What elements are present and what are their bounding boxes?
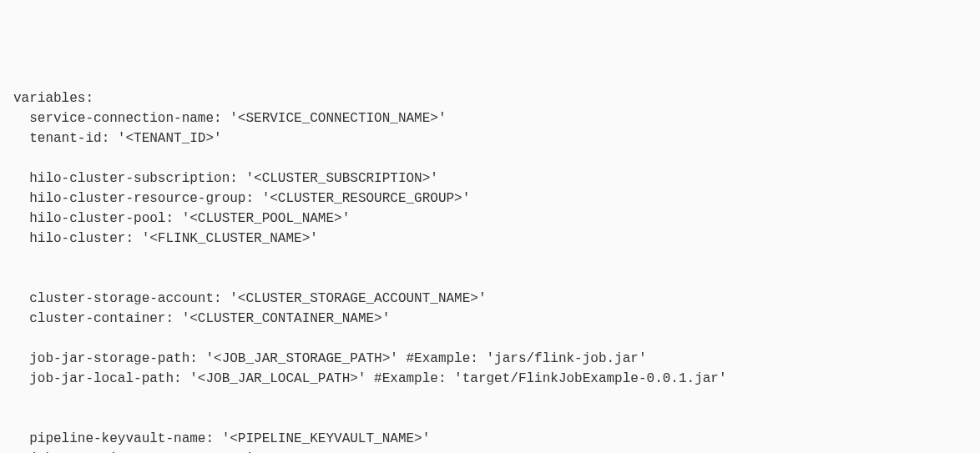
blank-line xyxy=(13,329,967,349)
yaml-entry: hilo-cluster: '<FLINK_CLUSTER_NAME>' xyxy=(13,229,967,249)
yaml-value: '<CLUSTER_POOL_NAME>' xyxy=(182,211,351,226)
yaml-value: '<CLUSTER_RESOURCE_GROUP>' xyxy=(262,191,471,206)
yaml-key: tenant-id xyxy=(29,131,101,146)
yaml-entry: hilo-cluster-pool: '<CLUSTER_POOL_NAME>' xyxy=(13,209,967,229)
yaml-value: '<JOB_JAR_STORAGE_PATH>' xyxy=(205,351,397,366)
yaml-entry: job-jar-local-path: '<JOB_JAR_LOCAL_PATH… xyxy=(13,369,967,389)
yaml-value: '<CLUSTER_CONTAINER_NAME>' xyxy=(182,311,391,326)
yaml-key: hilo-cluster-subscription xyxy=(29,171,230,186)
yaml-entry: job-name: '<FLINK_JOB_NAME>' xyxy=(13,449,967,453)
yaml-value: '<FLINK_CLUSTER_NAME>' xyxy=(142,231,318,246)
yaml-entry: tenant-id: '<TENANT_ID>' xyxy=(13,128,967,148)
yaml-lines: service-connection-name: '<SERVICE_CONNE… xyxy=(13,108,967,453)
blank-line xyxy=(13,148,967,169)
yaml-value: '<TENANT_ID>' xyxy=(118,131,222,146)
yaml-key: cluster-storage-account xyxy=(29,291,214,306)
yaml-entry: service-connection-name: '<SERVICE_CONNE… xyxy=(13,108,967,128)
blank-line xyxy=(13,249,967,269)
yaml-entry: job-jar-storage-path: '<JOB_JAR_STORAGE_… xyxy=(13,349,967,369)
yaml-key: hilo-cluster-resource-group xyxy=(29,191,245,206)
yaml-value: '<SERVICE_CONNECTION_NAME>' xyxy=(230,111,446,126)
yaml-comment: #Example: 'target/FlinkJobExample-0.0.1.… xyxy=(366,371,726,386)
yaml-key: cluster-container xyxy=(29,311,165,326)
blank-line xyxy=(13,269,967,289)
yaml-comment: #Example: 'jars/flink-job.jar' xyxy=(398,351,647,366)
yaml-entry: hilo-cluster-subscription: '<CLUSTER_SUB… xyxy=(13,169,967,189)
blank-line xyxy=(13,389,967,409)
blank-line xyxy=(13,409,967,429)
yaml-key: job-jar-local-path xyxy=(29,371,174,386)
yaml-key: job-jar-storage-path xyxy=(29,351,189,366)
yaml-key: hilo-cluster xyxy=(29,231,125,246)
yaml-value: '<PIPELINE_KEYVAULT_NAME>' xyxy=(222,431,431,446)
yaml-entry: cluster-storage-account: '<CLUSTER_STORA… xyxy=(13,289,967,309)
yaml-entry: cluster-container: '<CLUSTER_CONTAINER_N… xyxy=(13,309,967,329)
yaml-key: pipeline-keyvault-name xyxy=(29,431,205,446)
yaml-entry: pipeline-keyvault-name: '<PIPELINE_KEYVA… xyxy=(13,429,967,449)
yaml-value: '<JOB_JAR_LOCAL_PATH>' xyxy=(189,371,366,386)
yaml-entry: hilo-cluster-resource-group: '<CLUSTER_R… xyxy=(13,189,967,209)
yaml-value: '<CLUSTER_SUBSCRIPTION>' xyxy=(245,171,437,186)
yaml-key: hilo-cluster-pool xyxy=(29,211,165,226)
yaml-value: '<CLUSTER_STORAGE_ACCOUNT_NAME>' xyxy=(230,291,486,306)
yaml-header: variables: xyxy=(13,88,967,108)
yaml-key: service-connection-name xyxy=(29,111,214,126)
yaml-code-block: variables:service-connection-name: '<SER… xyxy=(13,88,967,453)
